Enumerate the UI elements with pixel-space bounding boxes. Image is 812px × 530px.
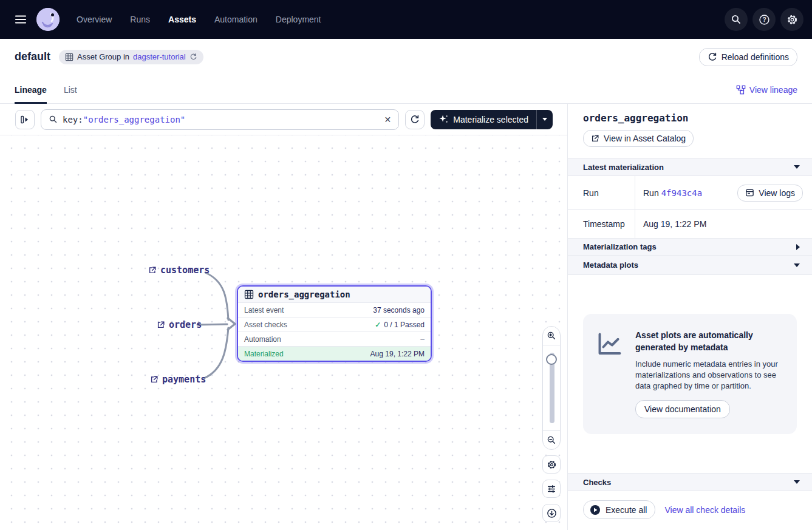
card-title: Asset plots are automatically generated … [635, 330, 785, 353]
selected-asset-title: orders_aggregation [583, 112, 797, 124]
graph-filters-icon[interactable] [542, 480, 561, 498]
execute-all-button[interactable]: Execute all [583, 500, 655, 519]
nav-item-automation[interactable]: Automation [214, 15, 258, 24]
node-row-asset-checks: Asset checks ✓0 / 1 Passed [238, 317, 431, 331]
page-title: default [15, 50, 50, 63]
reload-definitions-button[interactable]: Reload definitions [699, 48, 797, 66]
view-lineage-link[interactable]: View lineage [736, 85, 797, 103]
graph-settings-gear-icon[interactable] [542, 455, 561, 474]
section-checks[interactable]: Checks [568, 473, 812, 491]
node-row-automation: Automation – [238, 331, 431, 346]
tab-lineage[interactable]: Lineage [15, 85, 47, 103]
badge-text: Asset Group in [77, 52, 129, 61]
help-icon[interactable]: ? [752, 8, 776, 31]
node-row-latest-event: Latest event 37 seconds ago [238, 302, 431, 317]
zoom-slider-handle[interactable] [546, 354, 557, 365]
asset-group-badge: Asset Group in dagster-tutorial [59, 50, 203, 64]
metadata-plots-empty-card: Asset plots are automatically generated … [583, 314, 797, 434]
code-location-link[interactable]: dagster-tutorial [133, 52, 186, 61]
zoom-controls [542, 326, 561, 450]
play-icon [590, 505, 601, 515]
clear-search-icon[interactable]: ✕ [384, 115, 392, 124]
lineage-canvas[interactable]: customers orders payments orders_aggrega… [0, 135, 567, 530]
view-in-asset-catalog-button[interactable]: View in Asset Catalog [583, 130, 694, 147]
nav-item-assets[interactable]: Assets [168, 15, 196, 24]
nav-item-runs[interactable]: Runs [130, 15, 150, 24]
zoom-slider[interactable] [543, 345, 560, 430]
card-body: Include numeric metadata entries in your… [635, 359, 785, 392]
nav-item-overview[interactable]: Overview [77, 15, 112, 24]
checks-actions: Execute all View all check details [568, 491, 812, 528]
svg-text:?: ? [762, 16, 766, 23]
logs-icon [745, 188, 754, 197]
check-icon: ✓ [375, 321, 381, 329]
chevron-down-icon [542, 118, 547, 121]
asset-node-title: orders_aggregation [258, 290, 350, 299]
external-link-icon [150, 375, 159, 384]
asset-node-orders[interactable]: orders [157, 319, 202, 330]
chevron-down-icon [794, 263, 800, 267]
asset-search-input[interactable]: key:"orders_aggregation" ✕ [41, 109, 399, 130]
external-link-icon [157, 321, 165, 329]
view-documentation-button[interactable]: View documentation [635, 400, 730, 418]
section-materialization-tags[interactable]: Materialization tags [568, 239, 812, 256]
tab-list[interactable]: List [64, 85, 77, 103]
run-label: Run [568, 176, 635, 209]
lineage-pane: key:"orders_aggregation" ✕ Materialize s… [0, 104, 568, 530]
view-all-check-details-link[interactable]: View all check details [664, 505, 745, 515]
recenter-graph-icon[interactable] [542, 504, 561, 522]
navbar-actions: ? [725, 8, 803, 31]
top-navbar: Overview Runs Assets Automation Deployme… [0, 0, 812, 39]
hamburger-menu-icon[interactable] [9, 7, 33, 32]
chevron-down-icon [794, 480, 800, 484]
settings-gear-icon[interactable] [780, 8, 803, 31]
asset-detail-panel: orders_aggregation View in Asset Catalog… [568, 104, 812, 530]
asset-node-orders-aggregation[interactable]: orders_aggregation Latest event 37 secon… [237, 285, 432, 362]
asset-node-payments[interactable]: payments [150, 374, 206, 385]
zoom-in-icon[interactable] [543, 327, 560, 345]
refresh-icon[interactable] [189, 53, 197, 61]
tab-bar: Lineage List View lineage [0, 72, 812, 104]
logo-eye [51, 13, 54, 16]
timestamp-row: Timestamp Aug 19, 1:22 PM [568, 210, 812, 239]
external-link-icon [148, 266, 157, 274]
primary-nav: Overview Runs Assets Automation Deployme… [77, 15, 321, 24]
materialize-split-button: Materialize selected [431, 110, 553, 129]
chevron-right-icon [796, 244, 800, 250]
asset-node-header: orders_aggregation [238, 287, 431, 302]
timestamp-label: Timestamp [568, 210, 635, 238]
run-row: Run Run 4f943c4a View logs [568, 176, 812, 210]
refresh-graph-icon[interactable] [405, 110, 425, 129]
sparkle-icon [438, 114, 449, 124]
timestamp-value: Aug 19, 1:22 PM [635, 210, 812, 238]
reload-icon [708, 52, 717, 62]
view-logs-button[interactable]: View logs [737, 185, 803, 202]
table-icon [65, 53, 73, 61]
line-chart-icon [595, 330, 624, 359]
search-icon[interactable] [725, 8, 748, 31]
open-sidebar-icon[interactable] [15, 110, 35, 129]
zoom-out-icon[interactable] [543, 430, 560, 449]
section-metadata-plots[interactable]: Metadata plots [568, 256, 812, 275]
section-latest-materialization[interactable]: Latest materialization [568, 158, 812, 176]
run-id-link[interactable]: 4f943c4a [661, 188, 702, 198]
search-query: key:"orders_aggregation" [63, 115, 185, 124]
materialize-dropdown-button[interactable] [536, 110, 553, 129]
chevron-down-icon [794, 165, 800, 169]
materialize-selected-button[interactable]: Materialize selected [431, 110, 536, 129]
lineage-icon [736, 85, 746, 95]
asset-node-customers[interactable]: customers [148, 265, 210, 276]
search-icon [49, 115, 58, 124]
dagster-logo[interactable] [36, 8, 60, 31]
external-link-icon [591, 134, 599, 143]
nav-item-deployment[interactable]: Deployment [276, 15, 321, 24]
lineage-toolbar: key:"orders_aggregation" ✕ Materialize s… [0, 104, 567, 135]
page-header: default Asset Group in dagster-tutorial … [0, 39, 812, 104]
node-row-materialized: Materialized Aug 19, 1:22 PM [238, 346, 431, 361]
table-icon [244, 290, 254, 299]
